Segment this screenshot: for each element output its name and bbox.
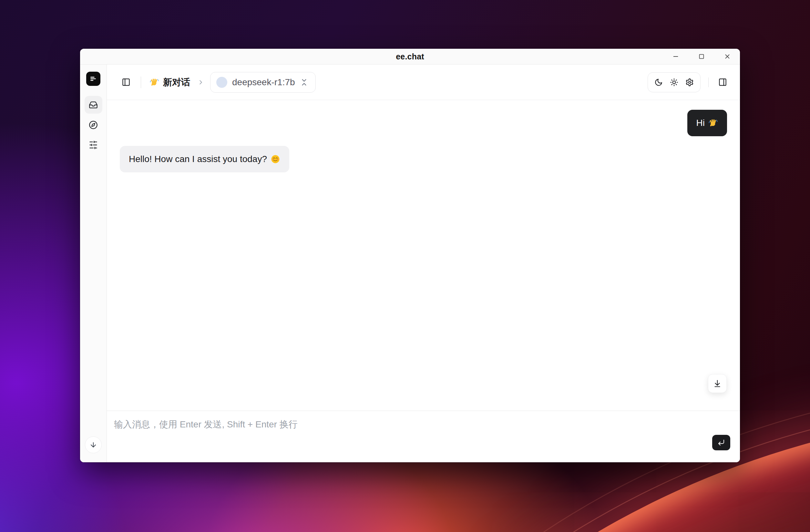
window-controls	[668, 49, 735, 64]
sun-icon	[670, 78, 678, 86]
maximize-button[interactable]	[694, 49, 709, 64]
assistant-message-text: Hello! How can I assist you today?	[129, 154, 267, 164]
toolbar-right	[648, 72, 729, 92]
maximize-icon	[698, 53, 705, 60]
user-message-bubble: Hi	[687, 110, 727, 136]
sidebar-nav	[85, 96, 102, 154]
main-panel: 新对话 deepseek-r1:7b	[107, 65, 740, 462]
toolbar: 新对话 deepseek-r1:7b	[107, 65, 740, 100]
smiling-face-emoji	[271, 154, 280, 164]
model-label: deepseek-r1:7b	[232, 77, 295, 87]
app-logo-icon	[89, 75, 97, 83]
sidebar-item-inbox[interactable]	[85, 96, 102, 114]
sidebar-item-discover[interactable]	[85, 116, 102, 134]
right-panel-toggle-button[interactable]	[716, 76, 729, 88]
light-mode-button[interactable]	[668, 76, 680, 88]
assistant-message-bubble: Hello! How can I assist you today?	[120, 146, 289, 172]
app-logo[interactable]	[86, 72, 100, 86]
settings-gear-icon	[685, 78, 694, 86]
sidebar	[80, 65, 107, 462]
chat-title: 新对话	[163, 76, 190, 88]
sliders-icon	[89, 141, 98, 149]
sidebar-scroll-down-button[interactable]	[85, 436, 102, 453]
theme-button-group	[648, 72, 700, 92]
waving-hand-emoji	[149, 78, 159, 87]
panel-left-icon	[122, 78, 130, 86]
inbox-icon	[89, 100, 98, 110]
message-input[interactable]	[107, 411, 740, 462]
close-button[interactable]	[720, 49, 735, 64]
toolbar-left: 新对话 deepseek-r1:7b	[120, 72, 316, 93]
close-icon	[724, 53, 731, 60]
moon-icon	[654, 78, 663, 86]
window-title: ee.chat	[396, 52, 424, 61]
composer	[107, 410, 740, 462]
arrow-down-to-line-icon	[713, 379, 722, 388]
minimize-icon	[672, 53, 679, 60]
arrow-down-icon	[90, 441, 97, 449]
scroll-to-bottom-button[interactable]	[708, 374, 727, 393]
window-body: 新对话 deepseek-r1:7b	[80, 65, 740, 462]
waving-hand-emoji	[708, 118, 718, 128]
user-message-text: Hi	[696, 118, 705, 128]
titlebar[interactable]: ee.chat	[80, 49, 740, 65]
model-avatar	[216, 77, 227, 88]
sidebar-item-settings[interactable]	[85, 136, 102, 154]
model-selector[interactable]: deepseek-r1:7b	[210, 72, 316, 93]
compass-icon	[89, 120, 98, 129]
dark-mode-button[interactable]	[652, 76, 665, 88]
app-window: ee.chat	[80, 49, 740, 462]
settings-button[interactable]	[683, 76, 696, 88]
toolbar-divider	[708, 78, 709, 87]
chevron-right-icon	[197, 79, 204, 86]
breadcrumb-separator	[197, 79, 204, 86]
toolbar-divider	[141, 77, 141, 88]
corner-down-left-icon	[717, 439, 725, 447]
minimize-button[interactable]	[668, 49, 683, 64]
send-button[interactable]	[712, 435, 730, 450]
chevrons-down-up-icon[interactable]	[300, 78, 308, 86]
chat-area: Hi	[107, 100, 740, 410]
sidebar-toggle-button[interactable]	[120, 76, 132, 88]
panel-right-icon	[718, 78, 727, 86]
